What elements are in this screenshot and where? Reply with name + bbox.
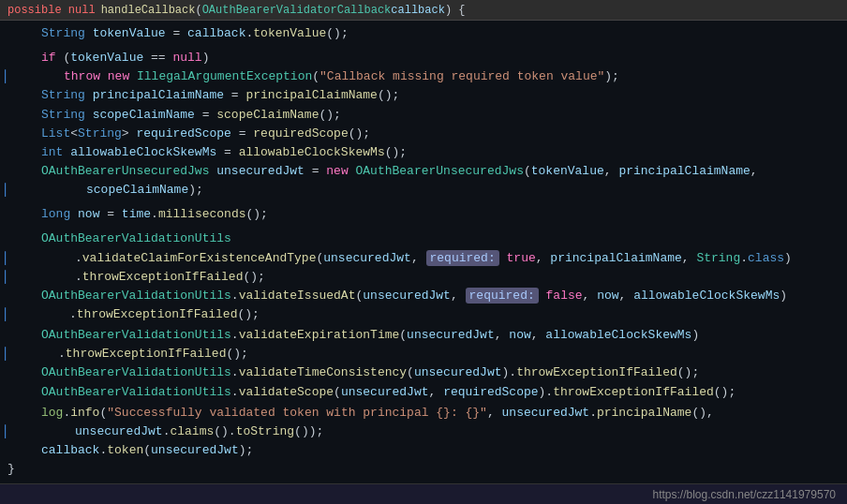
line-3: │ throw new IllegalArgumentException("Ca… bbox=[0, 67, 847, 86]
line-1: String tokenValue = callback.tokenValue(… bbox=[0, 24, 847, 43]
title-bar-method: handleCallback bbox=[101, 4, 196, 17]
line-9: │ scopeClaimName); bbox=[0, 181, 847, 200]
line-5: String scopeClaimName = scopeClaimName()… bbox=[0, 106, 847, 125]
line-2: if (tokenValue == null) bbox=[0, 49, 847, 67]
title-bar-text: possible null bbox=[7, 4, 96, 17]
line-20: log.info("Successfully validated token w… bbox=[0, 404, 847, 422]
line-23: } bbox=[0, 460, 847, 479]
line-13: │ .throwExceptionIfFailed(); bbox=[0, 268, 847, 287]
line-15: │ .throwExceptionIfFailed(); bbox=[0, 305, 847, 324]
code-container: possible null handleCallback ( OAuthBear… bbox=[0, 0, 847, 504]
line-4: String principalClaimName = principalCla… bbox=[0, 86, 847, 105]
line-11: OAuthBearerValidationUtils bbox=[0, 230, 847, 248]
line-14: OAuthBearerValidationUtils.validateIssue… bbox=[0, 287, 847, 305]
line-16: OAuthBearerValidationUtils.validateExpir… bbox=[0, 326, 847, 345]
highlight-required-1: required: bbox=[426, 250, 499, 266]
line-8: OAuthBearerUnsecuredJws unsecuredJwt = n… bbox=[0, 162, 847, 181]
line-18: OAuthBearerValidationUtils.validateTimeC… bbox=[0, 363, 847, 382]
line-19: OAuthBearerValidationUtils.validateScope… bbox=[0, 383, 847, 402]
title-bar-brace: ) { bbox=[445, 4, 466, 17]
highlight-required-2: required: bbox=[466, 288, 539, 304]
line-17: │ .throwExceptionIfFailed(); bbox=[0, 345, 847, 363]
line-22: callback.token(unsecuredJwt); bbox=[0, 441, 847, 460]
title-bar: possible null handleCallback ( OAuthBear… bbox=[0, 0, 847, 21]
line-12: │ .validateClaimForExistenceAndType(unse… bbox=[0, 249, 847, 268]
code-body: String tokenValue = callback.tokenValue(… bbox=[0, 21, 847, 482]
line-21: │ unsecuredJwt.claims().toString()); bbox=[0, 422, 847, 441]
line-7: int allowableClockSkewMs = allowableCloc… bbox=[0, 143, 847, 162]
title-bar-param-type: OAuthBearerValidatorCallback bbox=[202, 4, 392, 17]
bottom-bar: https://blog.csdn.net/czz1141979570 bbox=[0, 483, 847, 504]
line-10: long now = time.milliseconds(); bbox=[0, 205, 847, 224]
line-6: List<String> requiredScope = requiredSco… bbox=[0, 125, 847, 143]
url-label: https://blog.csdn.net/czz1141979570 bbox=[653, 488, 836, 501]
title-bar-param-name: callback bbox=[391, 4, 445, 17]
title-bar-params: ( bbox=[195, 4, 201, 17]
